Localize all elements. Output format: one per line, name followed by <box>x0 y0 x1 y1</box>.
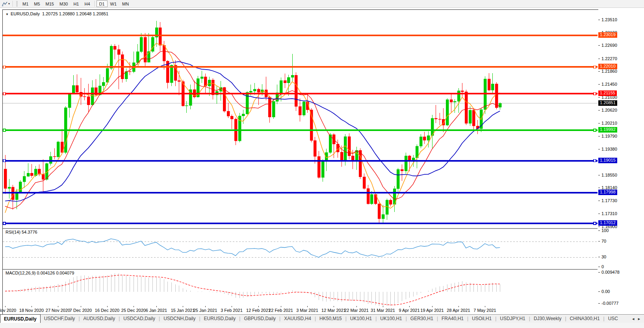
date-tick <box>5 306 6 307</box>
timeframe-button-M30[interactable]: M30 <box>57 0 71 7</box>
rsi-tick <box>598 230 600 231</box>
date-tick <box>458 306 459 307</box>
timeframe-button-W1[interactable]: W1 <box>108 0 120 7</box>
tab-USDJPY-H1[interactable]: USDJPY,H1 <box>496 315 529 323</box>
date-label: 31 Mar 2021 <box>371 308 395 313</box>
tab-scroll-left-icon[interactable]: ◄ <box>631 317 635 321</box>
macd-axis-label: 0.009478 <box>601 270 620 275</box>
date-label: 22 Feb 2021 <box>269 308 293 313</box>
price-tick-label: 1.17310 <box>601 211 617 216</box>
rsi-label: RSI(14) 54.3776 <box>6 230 37 234</box>
timeframe-button-M5[interactable]: M5 <box>31 0 43 7</box>
tab-XAUUSD-H4[interactable]: XAUUSD,H4 <box>280 315 315 323</box>
tab-HK50-M15[interactable]: HK50,M15 <box>316 315 345 323</box>
price-tick-label: 1.19790 <box>601 134 617 138</box>
chart-title: ▼EURUSD,Daily 1.20725 1.20880 1.20648 1.… <box>6 11 108 16</box>
tab-EURUSD-Daily[interactable]: EURUSD,Daily <box>200 315 239 323</box>
timeframe-button-H1[interactable]: H1 <box>71 0 82 7</box>
date-tick <box>205 306 206 307</box>
price-tick <box>598 227 600 227</box>
current-price-badge: 1.20851 <box>598 100 617 106</box>
date-tick <box>134 306 134 307</box>
chart-window[interactable]: ▼EURUSD,Daily 1.20725 1.20880 1.20648 1.… <box>2 9 599 315</box>
line-handle <box>3 129 6 131</box>
price-line-badge: 1.17012 <box>598 220 617 226</box>
tab-GBPUSD-Daily[interactable]: GBPUSD,Daily <box>240 315 279 323</box>
timeframe-button-D1[interactable]: D1 <box>97 0 108 7</box>
line-handle <box>3 92 6 95</box>
date-label: 12 Mar 2021 <box>321 308 346 313</box>
date-label: 9 Apr 2021 <box>399 308 419 313</box>
tab-USC[interactable]: USC <box>605 315 622 323</box>
macd-axis-label: 0.00 <box>601 289 610 294</box>
date-label: 25 Jan 2021 <box>193 308 217 313</box>
line-handle <box>594 66 596 68</box>
macd-tick <box>598 272 600 273</box>
date-tick <box>183 306 183 307</box>
price-line-badge: 1.17998 <box>598 190 617 195</box>
date-tick <box>356 306 357 307</box>
line-handle <box>594 129 596 131</box>
tab-FRA40-H1[interactable]: FRA40,H1 <box>438 315 467 323</box>
tab-DJ30-Weekly[interactable]: DJ30,Weekly <box>530 315 565 323</box>
tab-EURUSD-Daily[interactable]: EURUSD,Daily <box>0 314 41 323</box>
date-tick <box>485 306 485 307</box>
price-tick <box>598 214 600 214</box>
rsi-tick <box>598 267 600 267</box>
rsi-axis-label: 100 <box>601 228 609 233</box>
price-line-badge: 1.21155 <box>598 90 617 96</box>
tab-USOil-H1[interactable]: USOil,H1 <box>468 315 495 323</box>
price-tick <box>598 149 600 149</box>
collapse-triangle-icon[interactable]: ▼ <box>6 13 9 16</box>
rsi-tick <box>598 241 600 241</box>
timeframe-button-M1[interactable]: M1 <box>20 0 31 7</box>
macd-tick <box>598 291 600 292</box>
date-label: 3 Mar 2021 <box>296 308 318 313</box>
date-tick <box>32 306 32 307</box>
price-tick <box>598 45 600 46</box>
zigzag-line-icon <box>2 1 7 7</box>
rsi-indicator-pane[interactable] <box>3 229 598 269</box>
date-label: 12 Feb 2021 <box>246 308 271 313</box>
macd-indicator-pane[interactable] <box>3 270 598 306</box>
tab-CHINA300-H1[interactable]: CHINA300,H1 <box>566 315 603 323</box>
tab-GER30-H1[interactable]: GER30,H1 <box>407 315 437 323</box>
date-label: 18 Nov 2020 <box>19 308 44 313</box>
timeframe-button-H4[interactable]: H4 <box>82 0 93 7</box>
macd-label: MACD(12,26,9) 0.004126 0.004079 <box>6 271 74 275</box>
tab-USDCAD-Daily[interactable]: USDCAD,Daily <box>120 315 159 323</box>
dropdown-caret-icon[interactable]: ▾ <box>8 2 10 6</box>
timeframe-button-M15[interactable]: M15 <box>43 0 57 7</box>
tab-UK100-H1[interactable]: UK100,H1 <box>347 315 375 323</box>
price-tick <box>598 136 600 136</box>
tab-USDCHF-Daily[interactable]: USDCHF,Daily <box>41 315 79 323</box>
tab-scroll-right-icon[interactable]: ► <box>637 317 641 321</box>
price-tick <box>598 201 600 201</box>
chart-title-symbol: EURUSD,Daily <box>11 11 40 16</box>
macd-tick <box>598 303 600 304</box>
price-tick <box>598 20 600 20</box>
chart-line-tool-icon[interactable] <box>1 1 8 7</box>
tab-AUDUSD-Daily[interactable]: AUDUSD,Daily <box>80 315 119 323</box>
date-tick <box>232 306 232 307</box>
date-tick <box>409 306 410 307</box>
candlestick-chart[interactable] <box>3 10 598 228</box>
chart-title-ohlc: 1.20725 1.20880 1.20648 1.20851 <box>42 11 108 16</box>
tab-UK100-H1[interactable]: UK100,H1 <box>377 315 405 323</box>
date-label: 28 Apr 2021 <box>447 308 470 313</box>
date-tick <box>281 306 281 307</box>
status-bar <box>0 323 644 328</box>
date-label: 15 Jan 2021 <box>171 308 195 313</box>
price-tick <box>598 71 600 72</box>
toolbar-grip[interactable] <box>16 1 18 7</box>
tab-USDCNH-Daily[interactable]: USDCNH,Daily <box>160 315 199 323</box>
line-handle <box>594 160 596 162</box>
price-tick <box>598 59 600 59</box>
timeframe-button-MN[interactable]: MN <box>119 0 132 7</box>
date-label: 3 Feb 2021 <box>221 308 243 313</box>
date-axis[interactable]: 9 Nov 202018 Nov 202027 Nov 20207 Dec 20… <box>3 306 598 314</box>
date-label: 22 Mar 2021 <box>344 308 369 313</box>
price-tick-label: 1.23510 <box>601 17 617 22</box>
price-line-badge: 1.22010 <box>598 64 617 69</box>
price-axis[interactable]: 1.235101.231001.226901.222701.218601.214… <box>598 9 644 315</box>
